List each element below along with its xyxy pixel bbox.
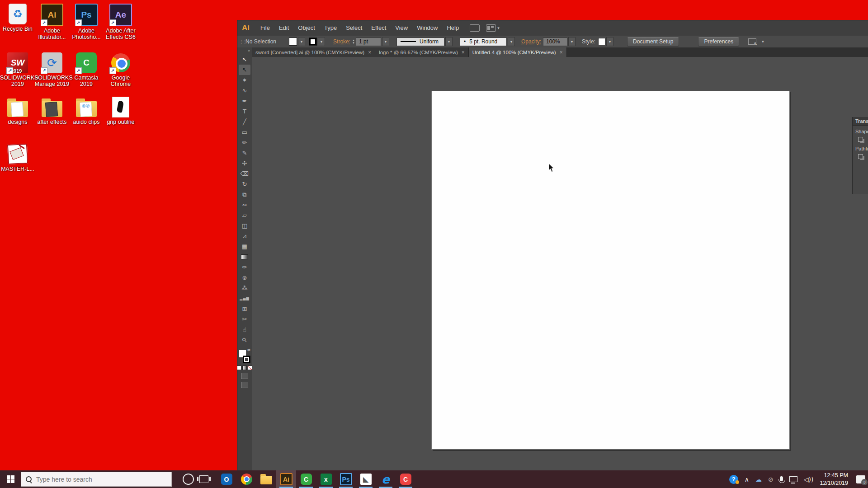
style-swatch[interactable] — [598, 38, 605, 45]
style-dropdown[interactable]: ▾ — [606, 37, 613, 46]
desktop-icon-adobe-illustrator[interactable]: Ai↗ Adobe Illustrator... — [34, 4, 70, 41]
taskbar-app-edge[interactable]: e — [376, 470, 396, 488]
close-icon[interactable]: × — [368, 49, 371, 56]
taskbar-app-illustrator[interactable]: Ai — [276, 470, 296, 488]
hand-tool[interactable]: ☝ — [239, 324, 250, 335]
action-center-button[interactable]: 3 — [856, 475, 865, 483]
taskbar-app-photoshop[interactable]: Ps — [336, 470, 356, 488]
microphone-icon[interactable] — [780, 476, 783, 481]
type-tool[interactable]: T — [239, 106, 250, 117]
start-button[interactable] — [0, 470, 21, 488]
menu-window[interactable]: Window — [412, 20, 442, 36]
collapse-panel-icon[interactable]: » — [237, 47, 252, 54]
taskbar-search[interactable] — [21, 472, 172, 487]
desktop-icon-adobe-photoshop[interactable]: Ps↗ Adobe Photosho... — [69, 4, 104, 41]
menu-type[interactable]: Type — [320, 20, 341, 36]
artboard[interactable] — [431, 91, 790, 450]
fill-dropdown-button[interactable]: ▾ — [298, 37, 305, 46]
pen-disabled-icon[interactable]: ⊘ — [768, 476, 774, 483]
panel-tab-transform[interactable]: Trans — [853, 117, 868, 126]
width-profile-select[interactable]: Uniform — [396, 38, 444, 46]
opacity-panel-link[interactable]: Opacity: — [521, 38, 541, 45]
opacity-field[interactable]: 100% — [543, 38, 567, 46]
fill-stroke-control[interactable]: ⇄ — [239, 348, 250, 363]
gpu-preview-icon[interactable] — [748, 38, 756, 45]
paintbrush-tool[interactable]: ✏ — [239, 137, 250, 148]
menu-object[interactable]: Object — [293, 20, 320, 36]
mesh-tool[interactable]: ▦ — [239, 241, 250, 252]
stroke-width-dropdown[interactable]: ▾ — [382, 37, 389, 46]
desktop-icon-after-effects[interactable]: Ae↗ Adobe After Effects CS6 — [103, 4, 138, 41]
desktop-icon-grip-outline[interactable]: grip outilne — [103, 97, 138, 125]
tab-sword[interactable]: sword [Converted].ai @ 100% (CMYK/Previe… — [252, 47, 375, 57]
eyedropper-tool[interactable]: ✑ — [239, 262, 250, 272]
draw-normal-button[interactable] — [241, 373, 248, 379]
fill-color-swatch[interactable] — [289, 38, 297, 46]
selection-tool[interactable]: ↖ — [239, 54, 250, 65]
desktop-icon-audio-clips-folder[interactable]: ◎◎ auido clips — [69, 97, 104, 125]
menu-effect[interactable]: Effect — [367, 20, 391, 36]
lasso-tool[interactable]: ∿ — [239, 85, 250, 96]
volume-icon[interactable]: ◁)) — [804, 476, 814, 483]
pencil-tool[interactable]: ✎ — [239, 148, 250, 158]
panel-grip-icon[interactable]: ⋮⋮⋮ — [239, 40, 242, 44]
menu-view[interactable]: View — [391, 20, 412, 36]
taskbar-app-camtasia-recorder[interactable]: C — [396, 470, 415, 488]
pasteboard[interactable] — [252, 57, 853, 470]
desktop-icon-designs-folder[interactable]: designs — [0, 97, 35, 125]
preferences-button[interactable]: Preferences — [698, 37, 739, 47]
direct-selection-tool[interactable]: ↖ — [239, 65, 250, 75]
stroke-width-stepper[interactable]: ▲▼ — [352, 39, 355, 44]
width-tool[interactable]: ∾ — [239, 200, 250, 210]
cortana-button[interactable] — [183, 474, 194, 485]
tab-logo[interactable]: logo * @ 66.67% (CMYK/Preview) × — [375, 47, 469, 57]
desktop-icon-master-file[interactable]: MASTER-L... — [0, 144, 35, 172]
show-hidden-icons-chevron[interactable]: ∧ — [745, 476, 749, 483]
rectangle-tool[interactable]: ▭ — [239, 127, 250, 137]
help-tray-icon[interactable]: ? — [729, 475, 738, 484]
scale-tool[interactable]: ⧉ — [239, 189, 250, 200]
close-icon[interactable]: × — [462, 49, 465, 56]
stroke-panel-link[interactable]: Stroke: — [333, 38, 350, 45]
stroke-color-swatch[interactable] — [309, 38, 317, 46]
pathfinder-icon[interactable] — [858, 154, 863, 159]
chevron-down-icon[interactable]: ▾ — [497, 26, 500, 30]
menu-help[interactable]: Help — [442, 20, 463, 36]
brush-dropdown[interactable]: ▾ — [508, 37, 515, 46]
screen-mode-button[interactable] — [241, 382, 248, 388]
taskbar-clock[interactable]: 12:45 PM 12/10/2019 — [820, 472, 848, 487]
opacity-dropdown[interactable]: ▾ — [568, 37, 576, 46]
shape-builder-tool[interactable]: ◫ — [239, 221, 250, 231]
taskbar-app-file-explorer[interactable] — [256, 470, 276, 488]
free-transform-tool[interactable]: ▱ — [239, 210, 250, 221]
magic-wand-tool[interactable]: ✶ — [239, 75, 250, 85]
desktop-icon-solidworks-manage[interactable]: ⟳↗ SOLIDWORKS Manage 2019 — [34, 52, 70, 88]
desktop-icon-recycle-bin[interactable]: ♻ Recycle Bin — [0, 4, 35, 32]
stroke-width-field[interactable]: 1 pt — [356, 38, 381, 46]
color-button[interactable] — [237, 366, 241, 370]
pen-tool[interactable]: ✒ — [239, 96, 250, 106]
stroke-swatch[interactable] — [243, 356, 250, 363]
taskbar-app-chrome[interactable] — [236, 470, 256, 488]
gradient-button[interactable] — [242, 366, 247, 370]
slice-tool[interactable]: ✂ — [239, 314, 250, 324]
desktop-icon-after-effects-folder[interactable]: after effects — [34, 97, 70, 125]
artboard-tool[interactable]: ⊞ — [239, 304, 250, 314]
taskbar-app-excel[interactable]: x — [316, 470, 336, 488]
desktop-icon-google-chrome[interactable]: ↗ Google Chrome — [103, 52, 138, 88]
search-input[interactable] — [35, 475, 150, 483]
blend-tool[interactable]: ⊚ — [239, 272, 250, 283]
line-segment-tool[interactable]: ╱ — [239, 117, 250, 127]
width-profile-dropdown[interactable]: ▾ — [445, 37, 453, 46]
tab-untitled-4[interactable]: Untitled-4 @ 100% (CMYK/Preview) × — [469, 47, 567, 57]
onedrive-icon[interactable]: ☁ — [755, 476, 762, 483]
zoom-tool[interactable]: ⚲ — [239, 335, 250, 345]
shape-mode-icon[interactable] — [858, 137, 863, 142]
symbol-sprayer-tool[interactable]: ⁂ — [239, 283, 250, 293]
task-view-button[interactable] — [199, 475, 208, 483]
rotate-tool[interactable]: ↻ — [239, 179, 250, 189]
taskbar-app-photos[interactable]: ◣ — [356, 470, 376, 488]
perspective-grid-tool[interactable]: ⊿ — [239, 231, 250, 241]
stroke-dropdown-button[interactable]: ▾ — [318, 37, 325, 46]
swap-fill-stroke-icon[interactable]: ⇄ — [247, 348, 250, 352]
